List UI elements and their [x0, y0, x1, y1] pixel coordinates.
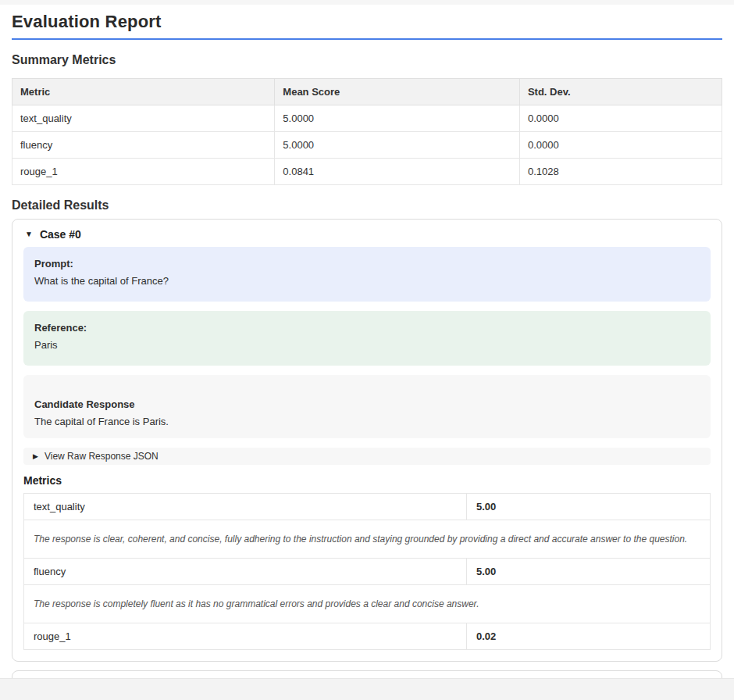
report-page: Evaluation Report Summary Metrics Metric…: [0, 5, 734, 700]
metric-score-cell: 5.00: [466, 494, 710, 520]
prompt-label: Prompt:: [34, 256, 700, 272]
metric-explanation-row: The response is clear, coherent, and con…: [24, 520, 711, 559]
case-0-label: Case #0: [40, 228, 81, 241]
candidate-response-box: Candidate Response The capital of France…: [23, 375, 711, 438]
summary-metrics-table: Metric Mean Score Std. Dev. text_quality…: [12, 78, 722, 185]
metric-score-cell: 5.00: [466, 559, 710, 585]
mean-score-cell: 5.0000: [275, 132, 520, 159]
prompt-text: What is the capital of France?: [34, 273, 700, 289]
table-row: rouge_1 0.0841 0.1028: [12, 159, 722, 185]
metric-row: rouge_1 0.02: [24, 623, 711, 650]
prompt-box: Prompt: What is the capital of France?: [23, 247, 711, 302]
metric-score-cell: 0.02: [466, 623, 710, 650]
std-dev-cell: 0.0000: [519, 105, 722, 132]
chevron-down-icon: ▼: [25, 228, 33, 241]
metric-name-cell: text_quality: [24, 494, 467, 520]
view-raw-json-label: View Raw Response JSON: [45, 451, 159, 462]
mean-score-cell: 5.0000: [275, 105, 520, 132]
metric-name-cell: rouge_1: [24, 623, 467, 650]
reference-label: Reference:: [34, 320, 700, 336]
case-0-summary-toggle[interactable]: ▼ Case #0: [12, 220, 722, 247]
metric-name-cell: fluency: [12, 132, 275, 159]
page-bottom-edge: [0, 678, 734, 700]
metric-name-cell: rouge_1: [12, 159, 275, 185]
detailed-results-heading: Detailed Results: [12, 198, 722, 212]
case-metrics-heading: Metrics: [23, 474, 711, 487]
metric-row: fluency 5.00: [24, 559, 711, 585]
column-header-metric: Metric: [12, 79, 275, 105]
candidate-response-text: The capital of France is Paris.: [34, 414, 700, 430]
summary-metrics-heading: Summary Metrics: [12, 53, 722, 67]
reference-box: Reference: Paris: [23, 311, 711, 366]
case-0-panel: ▼ Case #0 Prompt: What is the capital of…: [12, 219, 722, 662]
metric-name-cell: text_quality: [12, 105, 275, 132]
reference-text: Paris: [34, 338, 700, 353]
view-raw-json-toggle[interactable]: ▶ View Raw Response JSON: [23, 448, 711, 465]
metric-name-cell: fluency: [24, 559, 467, 585]
metric-explanation-row: The response is completely fluent as it …: [24, 585, 711, 623]
metric-explanation-text: The response is completely fluent as it …: [24, 585, 711, 623]
mean-score-cell: 0.0841: [275, 159, 520, 185]
case-metrics-table: text_quality 5.00 The response is clear,…: [23, 493, 711, 650]
page-title: Evaluation Report: [12, 12, 722, 40]
candidate-response-label: Candidate Response: [34, 397, 700, 412]
chevron-right-icon: ▶: [33, 451, 38, 462]
std-dev-cell: 0.0000: [519, 132, 722, 159]
column-header-std-dev: Std. Dev.: [519, 79, 722, 105]
column-header-mean-score: Mean Score: [275, 79, 520, 105]
table-header-row: Metric Mean Score Std. Dev.: [12, 79, 722, 105]
metric-row: text_quality 5.00: [24, 494, 711, 520]
metric-explanation-text: The response is clear, coherent, and con…: [24, 520, 711, 559]
std-dev-cell: 0.1028: [519, 159, 722, 185]
case-0-body: Prompt: What is the capital of France? R…: [12, 247, 722, 661]
table-row: text_quality 5.0000 0.0000: [12, 105, 722, 132]
table-row: fluency 5.0000 0.0000: [12, 132, 722, 159]
